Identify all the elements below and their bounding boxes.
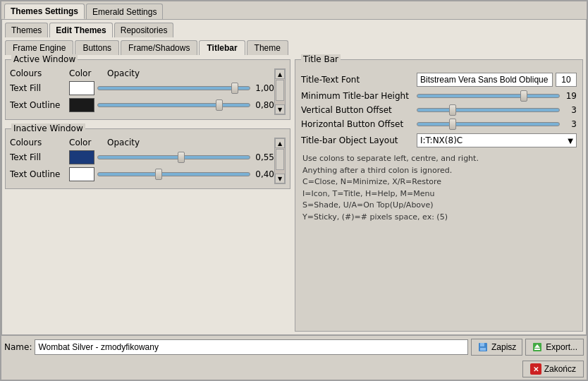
inactive-scroll-up-btn[interactable]: ▲ (275, 138, 285, 148)
active-window-inner: Colours Color Opacity Text Fill (10, 68, 286, 115)
titlebar-section-title: Title Bar (301, 54, 341, 64)
inactive-text-outline-slider-container: 0,40 (97, 169, 274, 179)
help-line-4: I=Icon, T=Title, H=Help, M=Menu (302, 188, 575, 200)
help-line-2: Anything after a third colon is ignored. (302, 165, 575, 177)
finish-icon: ✕ (530, 363, 541, 375)
finish-button[interactable]: ✕ Zakończ (522, 361, 584, 377)
inactive-text-fill-slider[interactable] (97, 155, 250, 159)
active-text-outline-value: 0,80 (253, 100, 274, 110)
active-header-row: Colours Color Opacity (10, 68, 274, 78)
active-text-fill-value: 1,00 (253, 83, 274, 93)
help-line-1: Use colons to separate left, centre, and… (302, 153, 575, 165)
inactive-scroll-down-btn[interactable]: ▼ (275, 174, 285, 183)
inactive-text-fill-color[interactable] (69, 150, 94, 164)
help-line-5: S=Shade, U/A=On Top(Up/Above) (302, 200, 575, 212)
active-text-outline-label: Text Outline (10, 100, 66, 110)
active-text-fill-row: Text Fill 1,00 (10, 81, 274, 95)
help-line-6: Y=Sticky, (#)=# pixels space, ex: (5) (302, 212, 575, 224)
min-height-slider[interactable] (417, 94, 560, 98)
inactive-scroll-track (275, 148, 285, 174)
finish-label: Zakończ (544, 364, 576, 374)
inactive-window-inner: Colours Color Opacity Text Fill (10, 138, 286, 184)
inactive-text-outline-row: Text Outline 0,40 (10, 167, 274, 181)
inactive-text-fill-row: Text Fill 0,55 (10, 150, 274, 164)
min-height-val: 19 (563, 91, 577, 101)
inactive-text-outline-color[interactable] (69, 167, 94, 181)
tab-themes[interactable]: Themes (5, 23, 48, 37)
inactive-text-fill-slider-container: 0,55 (97, 152, 274, 162)
scroll-down-btn[interactable]: ▼ (275, 104, 285, 114)
split-area: Active Window Colours Color Opacity (5, 59, 583, 332)
export-button[interactable]: Export... (525, 339, 584, 356)
save-icon (477, 341, 489, 353)
horiz-offset-slider[interactable] (417, 122, 560, 126)
finish-bar: ✕ Zakończ (1, 358, 587, 380)
active-text-outline-color[interactable] (69, 98, 94, 112)
vert-offset-slider[interactable] (417, 108, 560, 112)
inactive-text-outline-slider[interactable] (97, 172, 250, 176)
inactive-scroll-thumb[interactable] (276, 149, 284, 170)
tab-edit-themes[interactable]: Edit Themes (49, 23, 112, 37)
inactive-text-fill-label: Text Fill (10, 152, 66, 162)
font-input[interactable] (417, 73, 553, 87)
svg-rect-1 (480, 343, 484, 346)
layout-dropdown[interactable]: I:T:NX(8)C ▼ (417, 133, 577, 147)
min-height-label: Minimum Title-bar Height (301, 91, 414, 101)
top-tab-group: Themes Settings Emerald Settings (4, 4, 163, 19)
inactive-col-color: Color (69, 138, 104, 147)
right-panel: Title Bar Title-Text Font Minimum Title-… (295, 59, 583, 332)
vert-offset-row: Vertical Button Offset 3 (301, 105, 577, 115)
inactive-header-row: Colours Color Opacity (10, 138, 274, 147)
layout-value: I:T:NX(8)C (420, 135, 463, 145)
engine-tab-row: Frame Engine Buttons Frame/Shadows Title… (5, 40, 583, 55)
active-col-opacity: Opacity (107, 68, 164, 78)
left-panel: Active Window Colours Color Opacity (5, 59, 290, 332)
font-size-input[interactable] (556, 73, 577, 87)
main-window: Themes Settings Emerald Settings Themes … (0, 0, 588, 381)
inactive-window-group: Inactive Window Colours Color Opacity (5, 128, 290, 189)
tab-titlebar[interactable]: Titlebar (199, 40, 245, 55)
svg-rect-2 (480, 348, 486, 351)
font-label: Title-Text Font (301, 75, 414, 85)
main-content: Themes Edit Themes Repositories Frame En… (1, 19, 587, 335)
min-height-row: Minimum Title-bar Height 19 (301, 91, 577, 101)
name-input[interactable] (35, 339, 468, 355)
active-text-outline-slider[interactable] (97, 103, 250, 107)
active-text-fill-color[interactable] (69, 81, 94, 95)
horiz-offset-row: Horizontal Button Offset 3 (301, 119, 577, 129)
save-button[interactable]: Zapisz (471, 339, 522, 356)
inactive-window-title: Inactive Window (11, 123, 85, 133)
layout-row: Title-bar Object Layout I:T:NX(8)C ▼ (301, 133, 577, 147)
inactive-text-outline-label: Text Outline (10, 169, 66, 179)
name-label: Name: (4, 342, 32, 352)
help-text: Use colons to separate left, centre, and… (301, 152, 577, 224)
scroll-thumb[interactable] (276, 80, 284, 101)
tab-frame-shadows[interactable]: Frame/Shadows (121, 40, 197, 55)
tab-themes-settings[interactable]: Themes Settings (4, 4, 85, 19)
tab-emerald-settings[interactable]: Emerald Settings (86, 4, 163, 19)
active-text-fill-slider[interactable] (97, 86, 250, 90)
help-line-3: C=Close, N=Minimize, X/R=Restore (302, 176, 575, 188)
active-window-title: Active Window (11, 54, 78, 64)
tab-repositories[interactable]: Repositories (114, 23, 174, 37)
active-col-color: Color (69, 68, 104, 78)
horiz-offset-label: Horizontal Button Offset (301, 119, 414, 129)
active-text-fill-label: Text Fill (10, 83, 66, 93)
active-text-fill-slider-container: 1,00 (97, 83, 274, 93)
horiz-offset-val: 3 (563, 119, 577, 129)
active-text-outline-row: Text Outline 0,80 (10, 98, 274, 112)
bottom-bar: Name: Zapisz Export... (1, 335, 587, 358)
tab-frame-engine[interactable]: Frame Engine (5, 40, 73, 55)
inactive-col-colours: Colours (10, 138, 66, 147)
tab-theme[interactable]: Theme (247, 40, 288, 55)
svg-rect-5 (534, 349, 540, 350)
app-titlebar: Themes Settings Emerald Settings (1, 1, 587, 19)
inactive-scrollbar[interactable]: ▲ ▼ (274, 138, 286, 184)
scroll-up-btn[interactable]: ▲ (275, 69, 285, 79)
inactive-text-fill-value: 0,55 (253, 152, 274, 162)
export-icon (532, 341, 543, 353)
main-tab-row: Themes Edit Themes Repositories (5, 23, 583, 37)
inactive-col-opacity: Opacity (107, 138, 164, 147)
active-scrollbar[interactable]: ▲ ▼ (274, 68, 286, 115)
tab-buttons[interactable]: Buttons (75, 40, 119, 55)
